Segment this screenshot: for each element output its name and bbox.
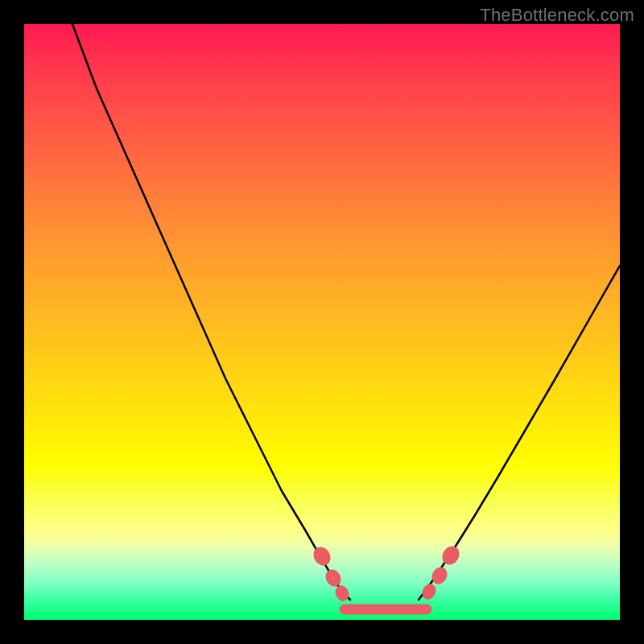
chart-svg xyxy=(24,24,620,620)
plot-area xyxy=(24,24,620,620)
marker-right-dot-1 xyxy=(419,581,439,601)
series-left-branch xyxy=(72,24,350,600)
marker-group xyxy=(310,543,463,604)
series-group xyxy=(72,24,620,609)
watermark-text: TheBottleneck.com xyxy=(480,5,634,26)
chart-frame: TheBottleneck.com xyxy=(0,0,644,644)
marker-right-dot-2 xyxy=(429,564,451,587)
marker-left-dot-1 xyxy=(310,544,334,569)
